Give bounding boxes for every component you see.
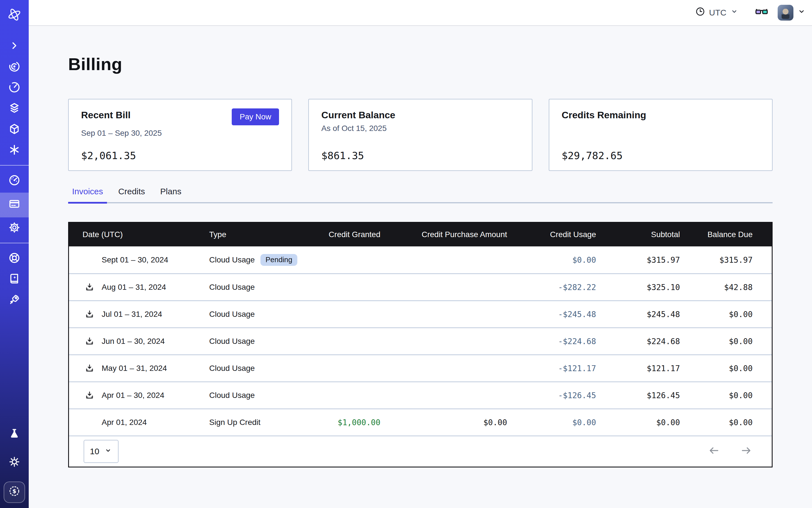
- subtotal-cell: $325.10: [597, 283, 681, 292]
- invoice-date: Sept 01 – 30, 2024: [102, 255, 168, 264]
- app-root: $ UTC Billing Recent Bill: [0, 0, 812, 508]
- column-header-credit-purchase-amount: Credit Purchase Amount: [382, 230, 508, 239]
- glasses-icon: [755, 4, 769, 21]
- tab-plans[interactable]: Plans: [156, 182, 185, 204]
- sidebar-divider: [0, 165, 29, 166]
- invoice-date-cell: Jun 01 – 30, 2024: [69, 337, 209, 346]
- current-balance-card: Current Balance As of Oct 15, 2025 $861.…: [308, 99, 532, 171]
- account-menu[interactable]: [778, 5, 806, 20]
- sun-icon: [8, 455, 21, 471]
- timezone-selector[interactable]: UTC: [695, 6, 739, 19]
- sidebar-item-docs[interactable]: [0, 270, 29, 290]
- balance-due-cell: $42.88: [681, 283, 779, 292]
- invoice-date-cell: Sept 01 – 30, 2024: [69, 255, 209, 264]
- recent-bill-card: Recent Bill Pay Now Sep 01 – Sep 30, 202…: [68, 99, 292, 171]
- invoice-type-cell: Cloud Usage: [209, 337, 317, 346]
- main-content: Billing Recent Bill Pay Now Sep 01 – Sep…: [29, 26, 812, 467]
- current-balance-title: Current Balance: [321, 110, 395, 121]
- tab-credits[interactable]: Credits: [114, 182, 149, 204]
- invoice-type: Cloud Usage: [209, 364, 255, 373]
- balance-due-cell: $0.00: [681, 310, 779, 319]
- invoice-type-cell: Cloud UsagePending: [209, 254, 317, 266]
- invoice-type: Sign Up Credit: [209, 418, 260, 427]
- invoice-date: Apr 01 – 30, 2024: [102, 391, 164, 399]
- page-title: Billing: [68, 54, 773, 74]
- subtotal-cell: $245.48: [597, 310, 681, 319]
- recent-bill-title: Recent Bill: [81, 110, 131, 121]
- download-invoice-icon[interactable]: [85, 309, 94, 319]
- chevron-down-icon: [104, 446, 112, 457]
- reader-mode-button[interactable]: [755, 4, 769, 21]
- download-invoice-icon[interactable]: [85, 337, 94, 346]
- download-invoice-icon[interactable]: [85, 364, 94, 373]
- column-header-date: Date (UTC): [69, 230, 209, 239]
- invoice-date-cell: May 01 – 31, 2024: [69, 364, 209, 373]
- chevron-down-icon: [730, 7, 739, 18]
- invoice-date: Jun 01 – 30, 2024: [102, 337, 165, 345]
- sidebar-item-layers[interactable]: [0, 100, 29, 119]
- invoice-type-cell: Cloud Usage: [209, 391, 317, 400]
- credit-usage-cell: -$121.17: [508, 364, 597, 373]
- dollar-badge-icon: $: [8, 484, 21, 500]
- table-row: Apr 01, 2024Sign Up Credit$1,000.00$0.00…: [69, 409, 772, 436]
- summary-cards: Recent Bill Pay Now Sep 01 – Sep 30, 202…: [68, 99, 773, 171]
- asterisk-icon: [8, 143, 20, 158]
- invoice-type-cell: Cloud Usage: [209, 283, 317, 292]
- sidebar-item-services[interactable]: [0, 121, 29, 140]
- sidebar-item-usage[interactable]: [0, 172, 29, 191]
- page-size-select[interactable]: 10: [84, 440, 119, 463]
- column-header-type: Type: [209, 230, 317, 239]
- table-row: Apr 01 – 30, 2024Cloud Usage-$126.45$126…: [69, 382, 772, 409]
- timezone-label: UTC: [709, 8, 726, 17]
- sidebar-item-ai[interactable]: [0, 141, 29, 161]
- content-column: UTC Billing Recent Bill Pay Now Sep 01: [29, 0, 812, 508]
- sidebar-item-history[interactable]: [0, 79, 29, 98]
- invoice-type: Cloud Usage: [209, 337, 255, 346]
- sidebar-item-settings[interactable]: [0, 219, 29, 238]
- clock-icon: [695, 6, 706, 19]
- sidebar: $: [0, 0, 29, 508]
- arrow-right-icon: [740, 444, 753, 459]
- page-size-value: 10: [90, 447, 99, 456]
- invoice-type: Cloud Usage: [209, 310, 255, 319]
- sidebar-item-labs[interactable]: [0, 425, 29, 444]
- subtotal-cell: $121.17: [597, 364, 681, 373]
- lifebuoy-icon: [8, 251, 21, 267]
- sidebar-item-billing[interactable]: [0, 193, 29, 217]
- invoice-date-cell: Jul 01 – 31, 2024: [69, 310, 209, 319]
- balance-due-cell: $0.00: [681, 337, 779, 346]
- invoice-type: Cloud Usage: [209, 255, 255, 264]
- invoice-date-cell: Aug 01 – 31, 2024: [69, 283, 209, 292]
- previous-page-button[interactable]: [708, 444, 721, 459]
- invoice-type: Cloud Usage: [209, 391, 255, 400]
- topbar: UTC: [29, 0, 812, 26]
- sidebar-item-getting-started[interactable]: [0, 291, 29, 310]
- balance-due-cell: $0.00: [681, 364, 779, 373]
- sidebar-item-support[interactable]: [0, 250, 29, 269]
- invoice-type: Cloud Usage: [209, 283, 255, 292]
- sidebar-item-insights[interactable]: [0, 58, 29, 77]
- balance-due-cell: $0.00: [681, 418, 779, 427]
- next-page-button[interactable]: [740, 444, 753, 459]
- rocket-icon: [8, 293, 21, 308]
- column-header-credit-granted: Credit Granted: [317, 230, 382, 239]
- sidebar-item-theme[interactable]: [0, 453, 29, 472]
- app-logo[interactable]: [0, 3, 29, 28]
- download-invoice-icon[interactable]: [85, 390, 94, 400]
- credits-promo-button[interactable]: $: [4, 481, 25, 503]
- table-header-row: Date (UTC) Type Credit Granted Credit Pu…: [69, 223, 772, 246]
- balance-due-cell: $0.00: [681, 391, 779, 400]
- avatar: [778, 5, 794, 20]
- billing-tabs: Invoices Credits Plans: [68, 182, 773, 203]
- column-header-subtotal: Subtotal: [597, 230, 681, 239]
- credit-granted-cell: $1,000.00: [317, 418, 382, 427]
- pay-now-button[interactable]: Pay Now: [232, 109, 279, 125]
- tab-invoices[interactable]: Invoices: [68, 182, 107, 204]
- subtotal-cell: $126.45: [597, 391, 681, 400]
- credit-usage-cell: -$282.22: [508, 283, 597, 292]
- book-icon: [8, 272, 21, 288]
- sidebar-item-expand[interactable]: [0, 37, 29, 56]
- current-balance-amount: $861.35: [321, 150, 519, 161]
- download-invoice-icon[interactable]: [85, 283, 94, 292]
- table-row: Sept 01 – 30, 2024Cloud UsagePending$0.0…: [69, 246, 772, 273]
